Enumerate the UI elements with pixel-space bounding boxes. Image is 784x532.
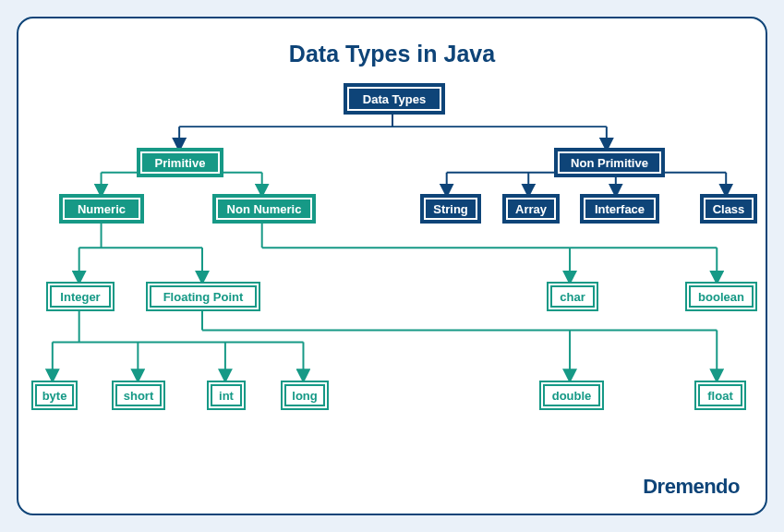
node-integer: Integer [46, 282, 115, 311]
node-boolean: boolean [685, 282, 757, 311]
node-byte: byte [31, 381, 78, 410]
node-string: String [420, 194, 481, 224]
node-interface: Interface [580, 194, 659, 224]
node-short: short [112, 381, 165, 410]
node-double: double [539, 381, 604, 410]
diagram-title: Data Types in Java [18, 41, 766, 67]
node-float: float [694, 381, 746, 410]
node-char: char [547, 282, 598, 311]
node-non-numeric: Non Numeric [212, 194, 316, 224]
node-floating-point: Floating Point [146, 282, 260, 311]
node-primitive: Primitive [137, 148, 223, 177]
node-int: int [207, 381, 246, 410]
node-data-types: Data Types [344, 83, 445, 115]
node-numeric: Numeric [59, 194, 144, 224]
brand-logo: Dremendo [643, 475, 740, 499]
node-array: Array [502, 194, 560, 224]
diagram-card: Data Types in Java [17, 17, 767, 515]
node-class: Class [700, 194, 757, 224]
node-non-primitive: Non Primitive [554, 148, 665, 177]
node-long: long [281, 381, 329, 410]
